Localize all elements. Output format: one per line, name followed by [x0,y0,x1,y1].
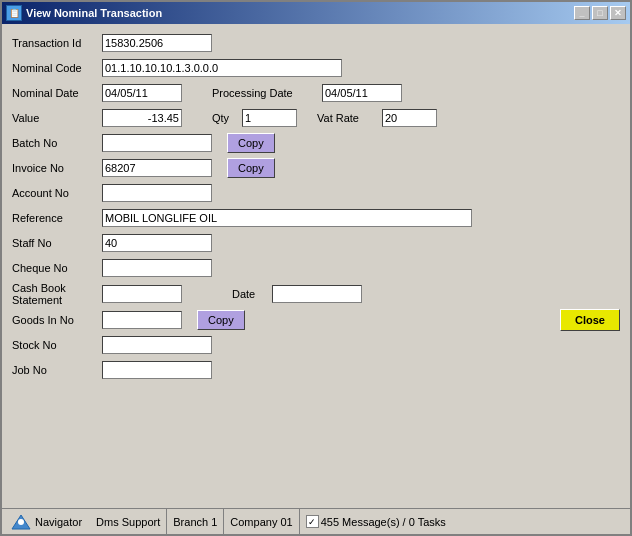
goods-in-no-label: Goods In No [12,314,102,326]
copy-goods-button[interactable]: Copy [197,310,245,330]
reference-input[interactable] [102,209,472,227]
window-close-button[interactable]: ✕ [610,6,626,20]
navigator-section: Navigator [2,513,90,531]
company-text: Company 01 [230,516,292,528]
maximize-button[interactable]: □ [592,6,608,20]
qty-label: Qty [212,112,242,124]
goods-in-row: Goods In No Copy Close [12,309,620,331]
status-bar: Navigator Dms Support Branch 1 Company 0… [2,508,630,534]
support-segment: Dms Support [90,509,167,534]
processing-date-label: Processing Date [212,87,322,99]
navigator-label: Navigator [35,516,82,528]
title-buttons: _ □ ✕ [574,6,626,20]
staff-no-input[interactable] [102,234,212,252]
title-bar: 📋 View Nominal Transaction _ □ ✕ [2,2,630,24]
reference-row: Reference [12,207,620,229]
cheque-no-label: Cheque No [12,262,102,274]
stock-no-row: Stock No [12,334,620,356]
cash-book-label: Cash Book [12,282,102,294]
batch-no-label: Batch No [12,137,102,149]
title-bar-left: 📋 View Nominal Transaction [6,5,162,21]
invoice-no-row: Invoice No Copy [12,157,620,179]
cash-book-input[interactable] [102,285,182,303]
nominal-code-label: Nominal Code [12,62,102,74]
copy-invoice-button[interactable]: Copy [227,158,275,178]
cash-book-row: Cash Book Statement Date [12,282,620,306]
branch-text: Branch 1 [173,516,217,528]
qty-input[interactable] [242,109,297,127]
stock-no-label: Stock No [12,339,102,351]
window-icon: 📋 [6,5,22,21]
date-input[interactable] [272,285,362,303]
nominal-code-input[interactable] [102,59,342,77]
job-no-input[interactable] [102,361,212,379]
value-input[interactable] [102,109,182,127]
reference-label: Reference [12,212,102,224]
form-content: Transaction Id Nominal Code Nominal Date… [2,24,630,508]
company-segment: Company 01 [224,509,299,534]
close-main-button[interactable]: Close [560,309,620,331]
date-label: Date [232,288,272,300]
branch-segment: Branch 1 [167,509,224,534]
stock-no-input[interactable] [102,336,212,354]
vat-rate-input[interactable] [382,109,437,127]
invoice-no-label: Invoice No [12,162,102,174]
window-title: View Nominal Transaction [26,7,162,19]
processing-date-input[interactable] [322,84,402,102]
cheque-no-input[interactable] [102,259,212,277]
job-no-row: Job No [12,359,620,381]
account-no-input[interactable] [102,184,212,202]
account-no-row: Account No [12,182,620,204]
job-no-label: Job No [12,364,102,376]
transaction-id-label: Transaction Id [12,37,102,49]
cheque-no-row: Cheque No [12,257,620,279]
copy-batch-button[interactable]: Copy [227,133,275,153]
goods-in-input[interactable] [102,311,182,329]
support-text: Dms Support [96,516,160,528]
transaction-id-row: Transaction Id [12,32,620,54]
value-row: Value Qty Vat Rate [12,107,620,129]
minimize-button[interactable]: _ [574,6,590,20]
nominal-date-input[interactable] [102,84,182,102]
account-no-label: Account No [12,187,102,199]
main-window: 📋 View Nominal Transaction _ □ ✕ Transac… [0,0,632,536]
batch-no-input[interactable] [102,134,212,152]
cash-book-statement-label: Statement [12,294,102,306]
dates-row: Nominal Date Processing Date [12,82,620,104]
invoice-no-input[interactable] [102,159,212,177]
messages-segment: ✓ 455 Message(s) / 0 Tasks [300,509,452,534]
value-label: Value [12,112,102,124]
staff-no-row: Staff No [12,232,620,254]
vat-rate-label: Vat Rate [317,112,382,124]
staff-no-label: Staff No [12,237,102,249]
messages-text: 455 Message(s) / 0 Tasks [321,516,446,528]
transaction-id-input[interactable] [102,34,212,52]
navigator-icon [10,513,32,531]
nominal-date-label: Nominal Date [12,87,102,99]
messages-checkbox-icon: ✓ [306,515,319,528]
svg-point-1 [18,519,24,525]
nominal-code-row: Nominal Code [12,57,620,79]
batch-no-row: Batch No Copy [12,132,620,154]
